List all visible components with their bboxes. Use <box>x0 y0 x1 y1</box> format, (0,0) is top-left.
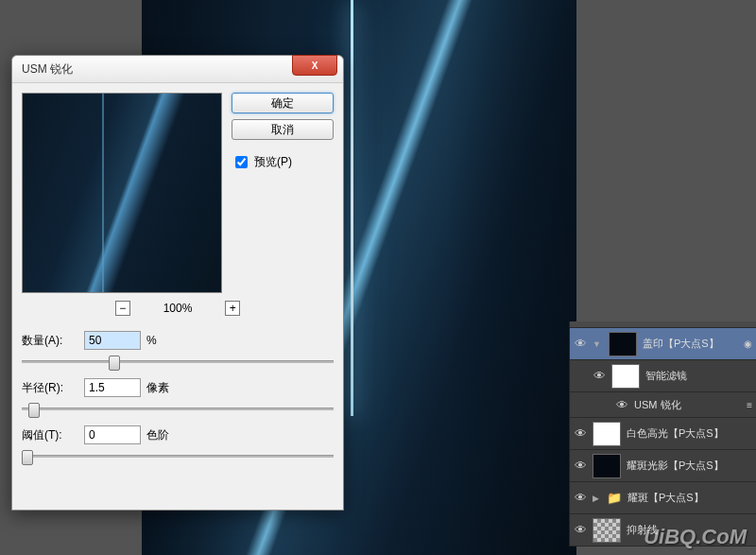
layer-name: 耀斑光影【P大点S】 <box>627 459 752 473</box>
visibility-icon[interactable]: 👁 <box>574 492 587 505</box>
zoom-in-button[interactable]: + <box>225 301 240 316</box>
radius-label: 半径(R): <box>22 380 78 396</box>
visibility-icon[interactable]: 👁 <box>574 427 587 441</box>
threshold-input[interactable] <box>84 425 141 444</box>
zoom-value: 100% <box>163 302 193 315</box>
layers-header <box>570 321 756 328</box>
layer-thumbnail <box>593 454 621 478</box>
visibility-icon[interactable]: 👁 <box>574 338 587 351</box>
amount-slider[interactable] <box>22 352 334 371</box>
layer-name: USM 锐化 <box>634 398 741 412</box>
amount-input[interactable] <box>84 331 141 350</box>
layer-thumbnail <box>593 518 621 543</box>
radius-slider[interactable] <box>22 399 334 418</box>
threshold-unit: 色阶 <box>146 427 169 443</box>
expand-icon[interactable]: ▼ <box>593 339 601 349</box>
dialog-titlebar[interactable]: USM 锐化 X <box>12 56 343 83</box>
layer-name: 白色高光【P大点S】 <box>627 426 752 441</box>
dialog-body: 确定 取消 预览(P) − 100% + 数量(A): % 半径(R): <box>12 83 343 482</box>
usm-dialog: USM 锐化 X 确定 取消 预览(P) − 100% + 数量(A): % <box>11 55 344 511</box>
cancel-button[interactable]: 取消 <box>232 119 334 140</box>
layer-row[interactable]: 👁耀斑光影【P大点S】 <box>570 450 756 482</box>
radius-input[interactable] <box>84 378 141 397</box>
visibility-icon[interactable]: 👁 <box>574 524 587 537</box>
threshold-slider[interactable] <box>22 446 334 465</box>
layer-thumbnail <box>609 332 637 356</box>
close-button[interactable]: X <box>292 55 337 76</box>
folder-icon: 📁 <box>607 491 622 505</box>
visibility-icon[interactable]: 👁 <box>574 460 587 473</box>
layer-row[interactable]: 👁▶📁耀斑【P大点S】 <box>570 482 756 514</box>
amount-unit: % <box>146 334 157 347</box>
preview-image[interactable] <box>22 93 222 293</box>
amount-label: 数量(A): <box>22 333 78 349</box>
layer-row[interactable]: 👁USM 锐化≡ <box>570 392 756 418</box>
layer-name: 智能滤镜 <box>645 369 752 383</box>
visibility-icon[interactable]: 👁 <box>615 398 628 411</box>
layer-name: 抑射线 <box>627 523 752 537</box>
layer-name: 耀斑【P大点S】 <box>627 491 752 505</box>
layer-thumbnail <box>593 422 621 446</box>
layer-row[interactable]: 👁▼盖印【P大点S】◉ <box>570 328 756 360</box>
dialog-title: USM 锐化 <box>22 61 73 78</box>
zoom-out-button[interactable]: − <box>115 301 130 316</box>
radius-unit: 像素 <box>146 380 169 396</box>
layer-thumbnail <box>611 364 640 389</box>
layer-row[interactable]: 👁白色高光【P大点S】 <box>570 418 756 450</box>
expand-icon[interactable]: ▶ <box>593 494 599 503</box>
fx-icon[interactable]: ◉ <box>744 338 752 349</box>
layer-row[interactable]: 👁智能滤镜 <box>570 360 756 392</box>
preview-label: 预览(P) <box>254 154 292 170</box>
layers-panel: 👁▼盖印【P大点S】◉👁智能滤镜👁USM 锐化≡👁白色高光【P大点S】👁耀斑光影… <box>569 321 756 546</box>
preview-checkbox[interactable] <box>235 156 248 168</box>
layer-row[interactable]: 👁抑射线 <box>570 514 756 546</box>
ok-button[interactable]: 确定 <box>232 93 334 113</box>
layer-name: 盖印【P大点S】 <box>643 337 738 351</box>
close-icon: X <box>312 61 318 71</box>
visibility-icon[interactable]: 👁 <box>593 370 606 383</box>
fx-icon[interactable]: ≡ <box>747 400 752 410</box>
threshold-label: 阈值(T): <box>22 427 78 443</box>
